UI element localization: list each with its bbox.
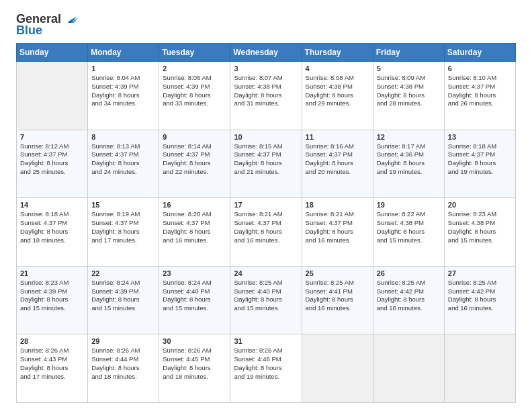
weekday-row: SundayMondayTuesdayWednesdayThursdayFrid… <box>17 44 516 62</box>
calendar-cell: 14Sunrise: 8:18 AM Sunset: 4:37 PM Dayli… <box>17 198 88 267</box>
day-number: 28 <box>20 337 84 345</box>
calendar-cell: 20Sunrise: 8:23 AM Sunset: 4:38 PM Dayli… <box>444 198 515 267</box>
day-info: Sunrise: 8:18 AM Sunset: 4:37 PM Dayligh… <box>20 210 84 244</box>
day-number: 15 <box>91 201 155 209</box>
calendar-cell: 24Sunrise: 8:25 AM Sunset: 4:40 PM Dayli… <box>230 266 302 334</box>
calendar-week-1: 1Sunrise: 8:04 AM Sunset: 4:39 PM Daylig… <box>17 62 516 130</box>
calendar-cell: 31Sunrise: 8:26 AM Sunset: 4:46 PM Dayli… <box>230 334 302 403</box>
day-number: 20 <box>448 201 512 209</box>
day-info: Sunrise: 8:21 AM Sunset: 4:37 PM Dayligh… <box>234 210 298 244</box>
calendar-cell: 13Sunrise: 8:18 AM Sunset: 4:37 PM Dayli… <box>444 130 515 198</box>
calendar-cell: 11Sunrise: 8:16 AM Sunset: 4:37 PM Dayli… <box>302 130 373 198</box>
day-number: 31 <box>234 337 298 345</box>
day-number: 12 <box>377 133 441 141</box>
weekday-header-wednesday: Wednesday <box>230 44 302 62</box>
day-number: 6 <box>448 64 512 73</box>
day-number: 11 <box>306 133 369 141</box>
calendar-cell: 25Sunrise: 8:25 AM Sunset: 4:41 PM Dayli… <box>302 266 373 334</box>
day-number: 8 <box>91 133 155 141</box>
calendar-cell: 28Sunrise: 8:26 AM Sunset: 4:43 PM Dayli… <box>17 334 88 403</box>
day-info: Sunrise: 8:23 AM Sunset: 4:38 PM Dayligh… <box>448 210 512 244</box>
calendar-week-5: 28Sunrise: 8:26 AM Sunset: 4:43 PM Dayli… <box>17 334 516 403</box>
calendar-cell: 23Sunrise: 8:24 AM Sunset: 4:40 PM Dayli… <box>159 266 230 334</box>
day-info: Sunrise: 8:15 AM Sunset: 4:37 PM Dayligh… <box>234 142 298 177</box>
day-info: Sunrise: 8:04 AM Sunset: 4:39 PM Dayligh… <box>91 74 155 108</box>
day-info: Sunrise: 8:16 AM Sunset: 4:37 PM Dayligh… <box>306 142 369 177</box>
calendar-cell: 4Sunrise: 8:08 AM Sunset: 4:38 PM Daylig… <box>302 62 373 130</box>
calendar-header: SundayMondayTuesdayWednesdayThursdayFrid… <box>17 44 516 62</box>
day-info: Sunrise: 8:20 AM Sunset: 4:37 PM Dayligh… <box>163 210 226 244</box>
calendar-cell: 2Sunrise: 8:06 AM Sunset: 4:39 PM Daylig… <box>159 62 230 130</box>
day-number: 26 <box>377 269 441 277</box>
calendar-cell <box>444 334 515 403</box>
calendar-week-2: 7Sunrise: 8:12 AM Sunset: 4:37 PM Daylig… <box>17 130 516 198</box>
day-number: 24 <box>234 269 298 277</box>
calendar-cell: 21Sunrise: 8:23 AM Sunset: 4:39 PM Dayli… <box>17 266 88 334</box>
calendar-cell <box>373 334 444 403</box>
day-info: Sunrise: 8:12 AM Sunset: 4:37 PM Dayligh… <box>20 142 84 177</box>
calendar-cell: 30Sunrise: 8:26 AM Sunset: 4:45 PM Dayli… <box>159 334 230 403</box>
day-number: 17 <box>234 201 298 209</box>
calendar-cell: 19Sunrise: 8:22 AM Sunset: 4:38 PM Dayli… <box>373 198 444 267</box>
day-number: 1 <box>91 64 155 73</box>
calendar-cell <box>17 62 88 130</box>
day-info: Sunrise: 8:14 AM Sunset: 4:37 PM Dayligh… <box>163 142 226 177</box>
day-number: 4 <box>306 64 369 73</box>
calendar-cell: 27Sunrise: 8:25 AM Sunset: 4:42 PM Dayli… <box>444 266 515 334</box>
calendar-cell: 17Sunrise: 8:21 AM Sunset: 4:37 PM Dayli… <box>230 198 302 267</box>
day-info: Sunrise: 8:26 AM Sunset: 4:43 PM Dayligh… <box>20 347 84 381</box>
calendar-week-3: 14Sunrise: 8:18 AM Sunset: 4:37 PM Dayli… <box>17 198 516 267</box>
day-number: 3 <box>234 64 298 73</box>
calendar-table: SundayMondayTuesdayWednesdayThursdayFrid… <box>16 43 516 403</box>
weekday-header-friday: Friday <box>373 44 444 62</box>
day-info: Sunrise: 8:08 AM Sunset: 4:38 PM Dayligh… <box>306 74 369 108</box>
day-number: 27 <box>448 269 512 277</box>
day-info: Sunrise: 8:17 AM Sunset: 4:36 PM Dayligh… <box>377 142 441 177</box>
day-info: Sunrise: 8:24 AM Sunset: 4:39 PM Dayligh… <box>91 279 155 313</box>
day-number: 7 <box>20 133 84 141</box>
day-number: 2 <box>163 64 226 73</box>
calendar-cell: 22Sunrise: 8:24 AM Sunset: 4:39 PM Dayli… <box>88 266 159 334</box>
calendar-cell: 26Sunrise: 8:25 AM Sunset: 4:42 PM Dayli… <box>373 266 444 334</box>
day-number: 21 <box>20 269 84 277</box>
day-info: Sunrise: 8:18 AM Sunset: 4:37 PM Dayligh… <box>448 142 512 177</box>
calendar-body: 1Sunrise: 8:04 AM Sunset: 4:39 PM Daylig… <box>17 62 516 403</box>
header: General Blue <box>16 12 516 38</box>
calendar-cell: 16Sunrise: 8:20 AM Sunset: 4:37 PM Dayli… <box>159 198 230 267</box>
calendar-week-4: 21Sunrise: 8:23 AM Sunset: 4:39 PM Dayli… <box>17 266 516 334</box>
day-number: 13 <box>448 133 512 141</box>
calendar-cell: 7Sunrise: 8:12 AM Sunset: 4:37 PM Daylig… <box>17 130 88 198</box>
weekday-header-sunday: Sunday <box>17 44 88 62</box>
day-number: 22 <box>91 269 155 277</box>
day-info: Sunrise: 8:23 AM Sunset: 4:39 PM Dayligh… <box>20 279 84 313</box>
calendar-cell: 5Sunrise: 8:09 AM Sunset: 4:38 PM Daylig… <box>373 62 444 130</box>
calendar-cell: 9Sunrise: 8:14 AM Sunset: 4:37 PM Daylig… <box>159 130 230 198</box>
day-info: Sunrise: 8:10 AM Sunset: 4:37 PM Dayligh… <box>448 74 512 108</box>
weekday-header-thursday: Thursday <box>302 44 373 62</box>
calendar-cell: 15Sunrise: 8:19 AM Sunset: 4:37 PM Dayli… <box>88 198 159 267</box>
calendar-cell: 1Sunrise: 8:04 AM Sunset: 4:39 PM Daylig… <box>88 62 159 130</box>
day-info: Sunrise: 8:25 AM Sunset: 4:42 PM Dayligh… <box>448 279 512 313</box>
day-number: 10 <box>234 133 298 141</box>
day-info: Sunrise: 8:25 AM Sunset: 4:40 PM Dayligh… <box>234 279 298 313</box>
weekday-header-monday: Monday <box>88 44 159 62</box>
day-info: Sunrise: 8:07 AM Sunset: 4:38 PM Dayligh… <box>234 74 298 108</box>
calendar-cell <box>302 334 373 403</box>
day-number: 23 <box>163 269 226 277</box>
day-info: Sunrise: 8:26 AM Sunset: 4:44 PM Dayligh… <box>91 347 155 381</box>
day-info: Sunrise: 8:09 AM Sunset: 4:38 PM Dayligh… <box>377 74 441 108</box>
logo-blue-text: Blue <box>16 24 42 38</box>
day-number: 9 <box>163 133 226 141</box>
calendar-cell: 6Sunrise: 8:10 AM Sunset: 4:37 PM Daylig… <box>444 62 515 130</box>
day-number: 19 <box>377 201 441 209</box>
calendar-cell: 18Sunrise: 8:21 AM Sunset: 4:37 PM Dayli… <box>302 198 373 267</box>
logo: General Blue <box>16 12 79 38</box>
weekday-header-saturday: Saturday <box>444 44 515 62</box>
day-info: Sunrise: 8:21 AM Sunset: 4:37 PM Dayligh… <box>306 210 369 244</box>
calendar-cell: 10Sunrise: 8:15 AM Sunset: 4:37 PM Dayli… <box>230 130 302 198</box>
calendar-cell: 12Sunrise: 8:17 AM Sunset: 4:36 PM Dayli… <box>373 130 444 198</box>
day-number: 14 <box>20 201 84 209</box>
logo-bird-icon <box>64 13 79 26</box>
day-info: Sunrise: 8:13 AM Sunset: 4:37 PM Dayligh… <box>91 142 155 177</box>
day-info: Sunrise: 8:22 AM Sunset: 4:38 PM Dayligh… <box>377 210 441 244</box>
